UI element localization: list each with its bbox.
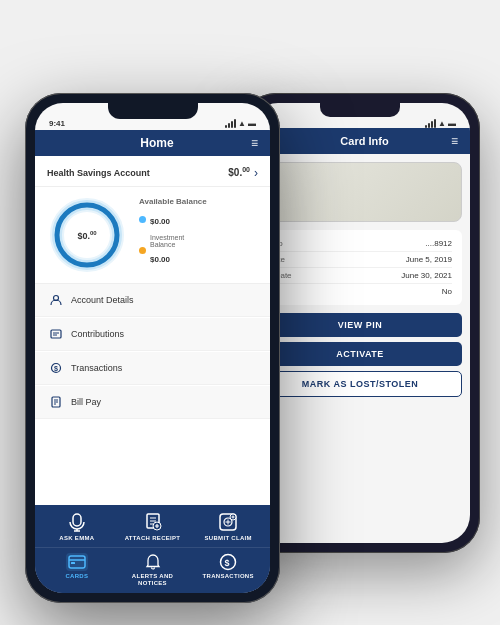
home-header: Home ≡ xyxy=(35,130,270,156)
legend-dot-0 xyxy=(139,216,146,223)
svg-text:$: $ xyxy=(54,365,58,373)
account-balance-group: $0.00 › xyxy=(228,166,258,180)
attach-receipt-label: ATTACH RECEIPT xyxy=(125,535,181,541)
nav-tab-cards[interactable]: CARDS xyxy=(39,553,115,587)
cards-nav-icon xyxy=(66,553,88,571)
chart-legend: Available Balance $0.00 Investment Balan… xyxy=(139,197,258,272)
ask-emma-label: ASK EMMA xyxy=(59,535,94,541)
activate-button[interactable]: ACTIVATE xyxy=(258,342,462,366)
legend-item-0: $0.00 xyxy=(139,210,258,228)
donut-center-value: $0.00 xyxy=(77,229,96,240)
account-section: Health Savings Account $0.00 › xyxy=(35,156,270,187)
svg-rect-5 xyxy=(51,330,61,338)
contributions-icon xyxy=(49,327,63,341)
home-title: Home xyxy=(63,136,251,150)
back-notch xyxy=(320,103,400,117)
action-submit-claim[interactable]: SUBMIT CLAIM xyxy=(190,511,266,541)
bill-pay-icon xyxy=(49,395,63,409)
legend-dot-1 xyxy=(139,247,146,254)
card-info-title: Card Info xyxy=(278,135,451,147)
legend-label-1: Investment xyxy=(150,234,184,241)
menu-item-account-details-label: Account Details xyxy=(71,295,134,305)
back-wifi-icon: ▲ xyxy=(438,119,446,128)
submit-claim-label: SUBMIT CLAIM xyxy=(205,535,252,541)
card-detail-row: n Date June 30, 2021 xyxy=(268,268,452,284)
alerts-nav-icon xyxy=(142,553,164,571)
card-detail-row: Two ....8912 xyxy=(268,236,452,252)
card-detail-row: Date June 5, 2019 xyxy=(268,252,452,268)
menu-item-contributions[interactable]: Contributions xyxy=(35,318,270,351)
account-header: Health Savings Account $0.00 › xyxy=(47,166,258,180)
submit-claim-icon xyxy=(216,511,240,533)
card-detail-row: ent No xyxy=(268,284,452,299)
action-ask-emma[interactable]: ASK EMMA xyxy=(39,511,115,541)
nav-tab-transactions[interactable]: $ TRANSACTIONS xyxy=(190,553,266,587)
legend-item-1: Investment Balance $0.00 xyxy=(139,234,258,266)
alerts-nav-label: ALERTS ANDNOTICES xyxy=(132,573,173,587)
menu-item-transactions[interactable]: $ Transactions xyxy=(35,352,270,385)
front-time: 9:41 xyxy=(49,119,65,128)
back-signal-icon xyxy=(425,119,436,128)
card-info-header: Card Info ≡ xyxy=(250,128,470,154)
back-status-icons: ▲ ▬ xyxy=(425,119,456,128)
bottom-actions: ASK EMMA xyxy=(35,505,270,548)
view-pin-button[interactable]: VIEW PIN xyxy=(258,313,462,337)
legend-title: Available Balance xyxy=(139,197,258,206)
card-preview xyxy=(258,162,462,222)
mark-lost-button[interactable]: MARK AS LOST/STOLEN xyxy=(258,371,462,397)
card-detail-value-3: No xyxy=(442,287,452,296)
cards-nav-label: CARDS xyxy=(65,573,88,580)
transactions-nav-label: TRANSACTIONS xyxy=(203,573,254,580)
account-balance: $0.00 xyxy=(228,166,250,178)
action-attach-receipt[interactable]: ATTACH RECEIPT xyxy=(115,511,191,541)
front-phone-screen: 9:41 ▲ ▬ Home ≡ xyxy=(35,103,270,593)
account-name: Health Savings Account xyxy=(47,168,150,178)
front-phone: 9:41 ▲ ▬ Home ≡ xyxy=(25,93,280,603)
svg-rect-33 xyxy=(71,562,75,564)
donut-chart: $0.00 xyxy=(47,195,127,275)
svg-rect-14 xyxy=(73,514,81,526)
menu-item-bill-pay-label: Bill Pay xyxy=(71,397,101,407)
home-menu-icon[interactable]: ≡ xyxy=(251,136,258,150)
card-details-section: Two ....8912 Date June 5, 2019 n Date Ju… xyxy=(258,230,462,305)
account-details-icon xyxy=(49,293,63,307)
nav-tab-alerts[interactable]: ALERTS ANDNOTICES xyxy=(115,553,191,587)
menu-item-contributions-label: Contributions xyxy=(71,329,124,339)
legend-value-0: $0.00 xyxy=(150,217,170,226)
card-detail-value-1: June 5, 2019 xyxy=(406,255,452,264)
card-action-buttons: VIEW PIN ACTIVATE MARK AS LOST/STOLEN xyxy=(258,313,462,397)
nav-tabs: CARDS ALERTS ANDNOTICES xyxy=(35,548,270,592)
front-signal-icon xyxy=(225,119,236,128)
bottom-bar: ASK EMMA xyxy=(35,505,270,592)
front-battery-icon: ▬ xyxy=(248,119,256,128)
front-wifi-icon: ▲ xyxy=(238,119,246,128)
back-battery-icon: ▬ xyxy=(448,119,456,128)
menu-list: Account Details Contributions $ Transact… xyxy=(35,284,270,506)
attach-receipt-icon xyxy=(141,511,165,533)
svg-text:$: $ xyxy=(225,558,230,568)
front-status-icons: ▲ ▬ xyxy=(225,119,256,128)
front-notch xyxy=(108,103,198,119)
account-chevron-icon[interactable]: › xyxy=(254,166,258,180)
menu-item-bill-pay[interactable]: Bill Pay xyxy=(35,386,270,419)
svg-rect-31 xyxy=(69,556,85,568)
card-detail-value-0: ....8912 xyxy=(425,239,452,248)
chart-area: $0.00 Available Balance $0.00 Inve xyxy=(35,187,270,284)
back-status-bar: 9:41 ▲ ▬ xyxy=(250,117,470,128)
back-phone-screen: 9:41 ▲ ▬ Card Info ≡ Two ....8912 xyxy=(250,103,470,543)
scene: 9:41 ▲ ▬ Card Info ≡ Two ....8912 xyxy=(10,13,490,613)
ask-emma-icon xyxy=(65,511,89,533)
legend-value-1: $0.00 xyxy=(150,255,170,264)
transactions-nav-icon: $ xyxy=(217,553,239,571)
legend-label-1b: Balance xyxy=(150,241,184,248)
menu-item-transactions-label: Transactions xyxy=(71,363,122,373)
card-info-menu-icon[interactable]: ≡ xyxy=(451,134,458,148)
transactions-icon: $ xyxy=(49,361,63,375)
card-detail-value-2: June 30, 2021 xyxy=(401,271,452,280)
menu-item-account-details[interactable]: Account Details xyxy=(35,284,270,317)
front-status-bar: 9:41 ▲ ▬ xyxy=(35,119,270,130)
